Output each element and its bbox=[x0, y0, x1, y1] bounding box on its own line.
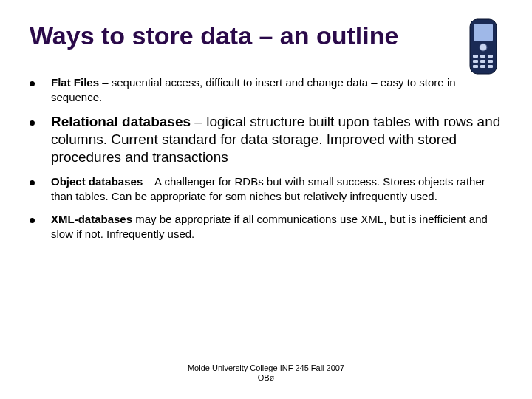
bullet-dot-icon bbox=[30, 81, 35, 86]
bullet-bold: Relational databases bbox=[51, 114, 191, 129]
list-item: Flat Files – sequential access, difficul… bbox=[30, 75, 502, 104]
bullet-text: Flat Files – sequential access, difficul… bbox=[51, 75, 502, 104]
svg-rect-5 bbox=[488, 55, 493, 58]
bullet-dot-icon bbox=[30, 180, 35, 185]
bullet-dot-icon bbox=[30, 218, 35, 223]
svg-rect-10 bbox=[480, 65, 485, 68]
svg-rect-3 bbox=[473, 55, 478, 58]
list-item: Object databases – A challenger for RDBs… bbox=[30, 174, 502, 203]
bullet-rest: – sequential access, difficult to insert… bbox=[51, 76, 456, 103]
bullet-bold: Flat Files bbox=[51, 76, 99, 89]
phone-icon bbox=[464, 18, 502, 75]
bullet-list: Flat Files – sequential access, difficul… bbox=[30, 75, 502, 241]
bullet-text: Object databases – A challenger for RDBs… bbox=[51, 174, 502, 203]
svg-rect-11 bbox=[488, 65, 493, 68]
bullet-dot-icon bbox=[30, 120, 35, 126]
list-item: XML-databases may be appropriate if all … bbox=[30, 212, 502, 241]
svg-rect-4 bbox=[480, 55, 485, 58]
bullet-text: XML-databases may be appropriate if all … bbox=[51, 212, 502, 241]
list-item: Relational databases – logical structure… bbox=[30, 113, 502, 166]
page-title: Ways to store data – an outline bbox=[30, 22, 398, 50]
bullet-text: Relational databases – logical structure… bbox=[51, 113, 502, 166]
svg-rect-9 bbox=[473, 65, 478, 68]
footer-line2: OBø bbox=[0, 373, 532, 383]
svg-rect-8 bbox=[488, 60, 493, 63]
footer: Molde University College INF 245 Fall 20… bbox=[0, 364, 532, 383]
svg-rect-6 bbox=[473, 60, 478, 63]
title-row: Ways to store data – an outline bbox=[30, 22, 502, 75]
svg-rect-7 bbox=[480, 60, 485, 63]
bullet-bold: XML-databases bbox=[51, 213, 132, 225]
svg-point-2 bbox=[480, 44, 487, 51]
bullet-bold: Object databases bbox=[51, 175, 143, 188]
footer-line1: Molde University College INF 245 Fall 20… bbox=[0, 364, 532, 373]
slide: Ways to store data – an outline Fl bbox=[0, 0, 532, 399]
svg-rect-1 bbox=[474, 24, 493, 41]
